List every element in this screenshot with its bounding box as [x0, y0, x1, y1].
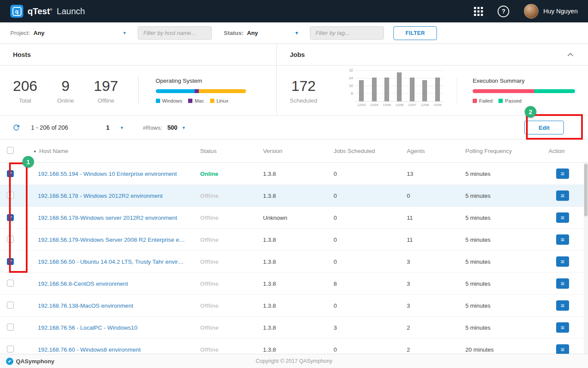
row-checkbox[interactable] [7, 214, 14, 221]
refresh-button[interactable] [12, 123, 21, 132]
row-action-menu-button[interactable]: ≡ [556, 344, 569, 355]
select-all-checkbox[interactable] [7, 147, 14, 154]
host-name-link[interactable]: 192.168.76.138-MacOS environment [38, 303, 188, 309]
menu-icon: ≡ [561, 214, 565, 221]
row-checkbox[interactable] [7, 258, 14, 265]
product-name: Launch [57, 6, 85, 16]
row-checkbox[interactable] [7, 324, 14, 331]
row-action-menu-button[interactable]: ≡ [556, 190, 569, 201]
jobs-scheduled-cell: 0 [322, 193, 395, 199]
stat-value: 197 [94, 78, 118, 94]
stat-online-hosts: 9 Online [57, 78, 74, 104]
project-filter-value: Any [34, 30, 45, 36]
host-name-link[interactable]: 192.168.56.178-Windows server 2012R2 env… [38, 215, 188, 221]
host-name-cell: 192.168.56.178-Windows server 2012R2 env… [26, 215, 188, 221]
row-action-menu-button[interactable]: ≡ [556, 278, 569, 289]
jobs-panel: Jobs 172 Scheduled 8162432 12/0312/0 [277, 44, 588, 115]
chart-plot-area [355, 71, 444, 102]
version-cell: 1.3.8 [251, 259, 322, 265]
version-cell: 1.3.8 [251, 171, 322, 177]
jobs-panel-body: 172 Scheduled 8162432 12/0312/0412/0512/… [277, 65, 588, 115]
column-header-status[interactable]: Status [188, 148, 251, 154]
column-header-host-name[interactable]: ▲ Host Name [26, 148, 188, 154]
row-action-menu-button[interactable]: ≡ [556, 212, 569, 223]
polling-frequency-cell: 5 minutes [453, 259, 538, 265]
row-checkbox[interactable] [7, 170, 14, 177]
caret-down-icon: ▾ [183, 125, 185, 131]
menu-icon: ≡ [561, 170, 565, 177]
status-cell: Offline [188, 281, 251, 287]
jobs-scheduled-cell: 3 [322, 324, 395, 331]
table-row: 192.168.56.178-Windows server 2012R2 env… [0, 207, 588, 229]
host-name-link[interactable]: 192.168.56.8-CentOS environment [38, 281, 188, 287]
host-name-link[interactable]: 192.168.55.194 - Windows 10 Enterprise e… [38, 171, 188, 177]
hosts-panel-title: Hosts [13, 51, 31, 58]
table-toolbar: 1 - 206 of 206 1 ▾ #Rows: 500 ▾ Edit [0, 116, 588, 140]
action-cell: ≡ [538, 256, 588, 267]
table-row: 192.168.56.50 - Ubuntu 14.04.2 LTS, Trus… [0, 251, 588, 273]
project-filter-select[interactable]: Project: Any ▾ [10, 30, 126, 36]
row-checkbox[interactable] [7, 280, 14, 287]
row-action-menu-button[interactable]: ≡ [556, 300, 569, 311]
vertical-scrollbar-track[interactable] [584, 163, 588, 354]
row-checkbox[interactable] [7, 236, 14, 243]
collapse-jobs-panel-button[interactable] [566, 50, 575, 59]
menu-icon: ≡ [561, 192, 565, 199]
row-action-menu-button[interactable]: ≡ [556, 322, 569, 333]
jobs-by-day-chart: 8162432 12/0312/0412/0512/0612/0712/0812… [347, 71, 444, 107]
user-name: Huy Nguyen [543, 8, 578, 15]
rows-per-page-select[interactable]: #Rows: 500 ▾ [143, 124, 185, 131]
sort-asc-icon: ▲ [33, 149, 37, 153]
column-header-jobs-scheduled[interactable]: Jobs Scheduled [322, 148, 395, 154]
chart-y-axis: 8162432 [347, 71, 355, 102]
apps-grid-icon[interactable] [474, 7, 483, 16]
status-filter-value: Any [247, 30, 258, 36]
version-cell: 1.3.8 [251, 324, 322, 331]
row-checkbox[interactable] [7, 302, 14, 309]
host-name-filter-input[interactable] [138, 26, 212, 40]
vertical-scrollbar-thumb[interactable] [584, 164, 588, 216]
qasymphony-brand-link[interactable]: ✔ QASymphony [6, 358, 54, 365]
top-navigation-bar: q qTest® Launch ? Huy Nguyen [0, 0, 588, 22]
edit-button[interactable]: Edit [524, 121, 564, 134]
hosts-panel-header: Hosts [0, 44, 276, 65]
row-checkbox-cell [0, 214, 26, 221]
tag-filter-input[interactable] [310, 26, 384, 40]
action-cell: ≡ [538, 190, 588, 201]
agents-cell: 2 [395, 346, 453, 353]
page-select[interactable]: 1 ▾ [106, 124, 123, 131]
row-checkbox[interactable] [7, 192, 14, 199]
filter-button[interactable]: FILTER [393, 26, 437, 40]
row-action-menu-button[interactable]: ≡ [556, 256, 569, 267]
host-name-link[interactable]: 192.168.76.60 - Windows8 environment [38, 346, 188, 353]
polling-frequency-cell: 5 minutes [453, 324, 538, 331]
host-name-link[interactable]: 192.168.56.178 - Windows 2012R2 environm… [38, 193, 188, 199]
hosts-panel-body: 206 Total 9 Online 197 Offline Operating… [0, 65, 276, 115]
host-name-cell: 192.168.76.138-MacOS environment [26, 303, 188, 309]
user-menu[interactable]: Huy Nguyen [524, 4, 578, 19]
caret-down-icon: ▾ [121, 125, 123, 131]
agents-cell: 0 [395, 193, 453, 199]
row-checkbox[interactable] [7, 346, 14, 352]
brand-name: qTest® [28, 6, 53, 16]
host-name-link[interactable]: 192.168.76.56 - LocalPC - Windows10 [38, 324, 188, 331]
status-cell: Offline [188, 259, 251, 265]
agents-cell: 13 [395, 171, 453, 177]
column-header-polling-frequency[interactable]: Polling Frequency [453, 148, 538, 154]
host-name-link[interactable]: 192.168.56.50 - Ubuntu 14.04.2 LTS, Trus… [38, 259, 188, 265]
column-header-agents[interactable]: Agents [395, 148, 453, 154]
column-header-version[interactable]: Version [251, 148, 322, 154]
stat-total-hosts: 206 Total [13, 78, 37, 104]
action-cell: ≡ [538, 168, 588, 179]
stat-value: 206 [13, 78, 37, 94]
row-action-menu-button[interactable]: ≡ [556, 234, 569, 245]
host-name-link[interactable]: 192.168.56.179-Windows Server 2008 R2 En… [38, 237, 188, 243]
row-checkbox-cell [0, 302, 26, 310]
execution-summary-title: Execution Summary [473, 78, 575, 84]
page-select-value: 1 [106, 124, 109, 131]
menu-icon: ≡ [561, 280, 565, 287]
status-filter-select[interactable]: Status: Any ▾ [224, 30, 298, 36]
row-action-menu-button[interactable]: ≡ [556, 168, 569, 179]
annotation-step-2-badge: 2 [525, 106, 536, 118]
help-icon[interactable]: ? [498, 6, 509, 17]
